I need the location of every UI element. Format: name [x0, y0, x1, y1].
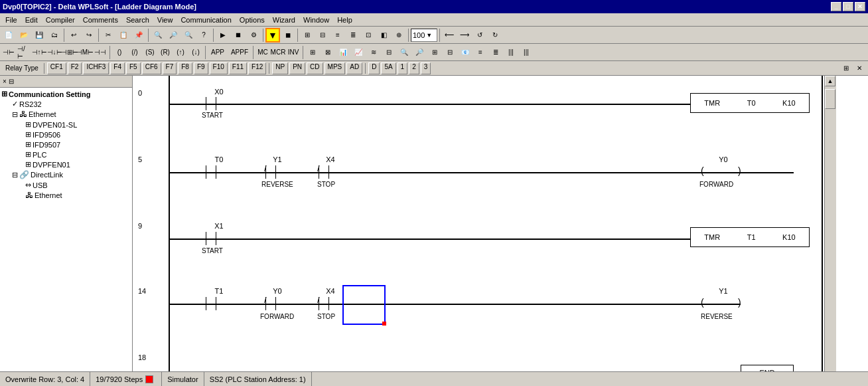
tb2-coil2[interactable]: (/) — [127, 45, 142, 60]
tree-item-ethernet-dl[interactable]: 🖧 Ethernet — [1, 190, 131, 201]
menu-file[interactable]: File — [1, 15, 21, 25]
tree-item-ethernet-folder[interactable]: ⊟ 🖧 Ethernet — [1, 109, 131, 120]
menu-comments[interactable]: Comments — [79, 15, 122, 25]
tb-nav2[interactable]: ⟶ — [457, 28, 472, 43]
tb2-ins11[interactable]: 📧 — [458, 45, 472, 60]
tb2-ins1[interactable]: ⊞ — [305, 45, 320, 60]
tree-item-dvpen01[interactable]: ⊞ DVPEN01-SL — [1, 120, 131, 130]
tb2-3[interactable]: ⊣↑⊢ — [32, 45, 46, 60]
fkey-f7[interactable]: F7 — [163, 62, 177, 74]
tb2-ins14[interactable]: ||| — [504, 45, 518, 60]
fkey-5a[interactable]: 5A — [381, 62, 396, 74]
close-button[interactable]: ✕ — [855, 2, 865, 11]
tree-item-rs232[interactable]: ✓ RS232 — [1, 99, 131, 109]
tb2-ins10[interactable]: ⊟ — [443, 45, 457, 60]
tb-extra1[interactable]: ◼ — [281, 28, 295, 43]
tb-nav4[interactable]: ↻ — [488, 28, 502, 43]
zoom-out-button[interactable]: 🔍 — [181, 28, 196, 43]
fkey-f4[interactable]: F4 — [110, 62, 125, 74]
tb-extra7[interactable]: ◧ — [376, 28, 391, 43]
tb-extra3[interactable]: ⊟ — [315, 28, 330, 43]
title-controls[interactable]: _ □ ✕ — [831, 2, 865, 11]
tb-nav1[interactable]: ⟵ — [442, 28, 457, 43]
tb-extra8[interactable]: ⊕ — [392, 28, 406, 43]
maximize-button[interactable]: □ — [843, 2, 853, 11]
fkey-f5[interactable]: F5 — [126, 62, 141, 74]
highlight-button[interactable]: ▼ — [265, 28, 280, 43]
tb2-mc3[interactable]: INV — [286, 45, 301, 60]
tb-extra4[interactable]: ≡ — [330, 28, 345, 43]
tb2-ins4[interactable]: 📈 — [351, 45, 366, 60]
tree-item-usb[interactable]: ⇔ USB — [1, 180, 131, 190]
tb2-4[interactable]: ⊣↓⊢ — [47, 45, 62, 60]
tb2-ins13[interactable]: ≣ — [488, 45, 503, 60]
tb-extra6[interactable]: ⊡ — [361, 28, 376, 43]
fkey-f12[interactable]: F12 — [248, 62, 266, 74]
cut-button[interactable]: ✂ — [101, 28, 115, 43]
save-all-button[interactable]: 🗂 — [47, 28, 62, 43]
menu-compiler[interactable]: Compiler — [42, 15, 79, 25]
tb2-2[interactable]: ⊣/⊢ — [17, 45, 31, 60]
tree-item-directlink-folder[interactable]: ⊟ 🔗 DirectLink — [1, 169, 131, 180]
tb2-app2[interactable]: APPF — [228, 45, 251, 60]
tb2-ins5[interactable]: ≋ — [366, 45, 381, 60]
inner-close-btn[interactable]: ✕ — [853, 62, 865, 74]
fkey-f9[interactable]: F9 — [194, 62, 208, 74]
tree-item-ifd9506[interactable]: ⊞ IFD9506 — [1, 130, 131, 140]
new-button[interactable]: 📄 — [1, 28, 16, 43]
help-button[interactable]: ? — [196, 28, 211, 43]
run-button[interactable]: ▶ — [216, 28, 230, 43]
menu-window[interactable]: Window — [299, 15, 333, 25]
menu-wizard[interactable]: Wizard — [269, 15, 299, 25]
fkey-f3[interactable]: ICHF3 — [83, 62, 109, 74]
copy-button[interactable]: 📋 — [116, 28, 131, 43]
fkey-f10[interactable]: F10 — [210, 62, 228, 74]
fkey-cd[interactable]: CD — [307, 62, 323, 74]
search-button[interactable]: 🔍 — [151, 28, 165, 43]
fkey-pn[interactable]: PN — [289, 62, 305, 74]
compile-button[interactable]: ⚙ — [246, 28, 261, 43]
menu-help[interactable]: Help — [333, 15, 356, 25]
tb2-6[interactable]: ⊣M⊢ — [78, 45, 92, 60]
fkey-mps[interactable]: MPS — [325, 62, 346, 74]
tb2-ins15[interactable]: ||| — [519, 45, 534, 60]
open-button[interactable]: 📂 — [17, 28, 31, 43]
fkey-2[interactable]: 2 — [409, 62, 419, 74]
fkey-ad[interactable]: AD — [346, 62, 362, 74]
tb2-ins12[interactable]: ≡ — [473, 45, 488, 60]
tb2-coil1[interactable]: () — [112, 45, 127, 60]
tb2-ins7[interactable]: 🔍 — [397, 45, 411, 60]
v-scrollbar[interactable]: ▲ ▼ — [824, 76, 836, 386]
redo-button[interactable]: ↪ — [82, 28, 96, 43]
fkey-np[interactable]: NP — [272, 62, 288, 74]
fkey-d[interactable]: D — [368, 62, 380, 74]
menu-search[interactable]: Search — [122, 15, 153, 25]
tb2-ins3[interactable]: 📊 — [336, 45, 350, 60]
tree-item-plc[interactable]: ⊞ PLC — [1, 149, 131, 159]
scroll-thumb[interactable] — [825, 89, 835, 109]
fkey-1[interactable]: 1 — [398, 62, 408, 74]
menu-options[interactable]: Options — [236, 15, 269, 25]
fkey-f1[interactable]: CF1 — [47, 62, 66, 74]
tb-nav3[interactable]: ↺ — [472, 28, 487, 43]
fkey-f6[interactable]: CF6 — [142, 62, 161, 74]
tree-item-ifd9507[interactable]: ⊞ IFD9507 — [1, 140, 131, 149]
save-button[interactable]: 💾 — [32, 28, 46, 43]
tb2-coil4[interactable]: (R) — [158, 45, 173, 60]
fkey-f2[interactable]: F2 — [68, 62, 82, 74]
paste-button[interactable]: 📌 — [131, 28, 146, 43]
fkey-f8[interactable]: F8 — [178, 62, 192, 74]
zoom-in-button[interactable]: 🔎 — [166, 28, 181, 43]
menu-view[interactable]: View — [153, 15, 177, 25]
tb2-coil3[interactable]: (S) — [143, 45, 157, 60]
tb2-coil5[interactable]: (↑) — [173, 45, 188, 60]
inner-window-icon[interactable]: ⊞ — [840, 62, 852, 74]
tb2-5[interactable]: ⊣⊞⊢ — [62, 45, 77, 60]
stop-button[interactable]: ⏹ — [231, 28, 246, 43]
scroll-up-btn[interactable]: ▲ — [825, 76, 835, 86]
tb2-ins9[interactable]: ⊞ — [427, 45, 442, 60]
tb2-ins6[interactable]: ⊟ — [382, 45, 396, 60]
fkey-f11[interactable]: F11 — [229, 62, 247, 74]
tb2-ins2[interactable]: ⊠ — [321, 45, 335, 60]
tb2-mc2[interactable]: MCR — [271, 45, 285, 60]
